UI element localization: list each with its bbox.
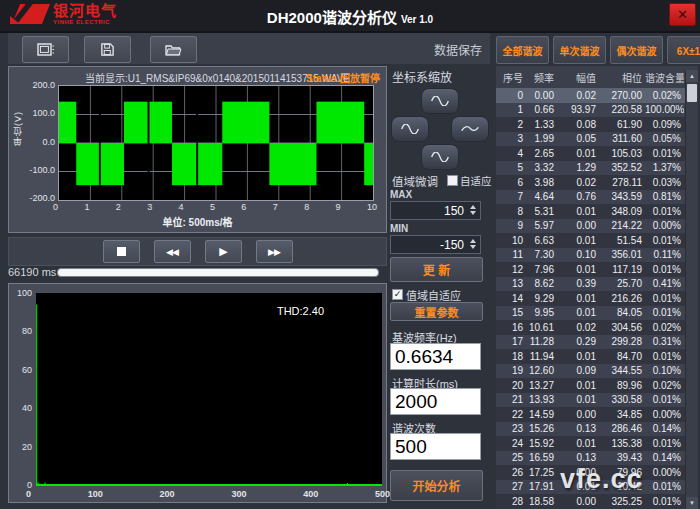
- scroll-down-icon[interactable]: ▼: [686, 497, 698, 509]
- table-row[interactable]: 00.000.02270.000.02%: [496, 88, 686, 103]
- table-row[interactable]: 1811.940.0184.700.01%: [496, 349, 686, 364]
- filter-button[interactable]: 偶次谐波: [610, 36, 663, 64]
- table-cell: 348.09: [599, 206, 645, 217]
- table-cell: 11.94: [526, 351, 557, 362]
- table-cell: 21: [496, 394, 526, 405]
- table-row[interactable]: 1610.610.02304.560.02%: [496, 320, 686, 335]
- spinner-arrows-icon[interactable]: [470, 205, 476, 215]
- value-autorange-checkbox[interactable]: ✓: [392, 289, 403, 300]
- zoom-down-button[interactable]: [421, 144, 459, 170]
- sine-wave-icon: [430, 96, 450, 106]
- table-row[interactable]: 117.300.10356.010.11%: [496, 248, 686, 263]
- max-spinner[interactable]: 150: [390, 201, 481, 220]
- table-cell: 0.00%: [645, 220, 684, 231]
- open-file-button[interactable]: [150, 36, 197, 63]
- play-button[interactable]: ▶: [205, 240, 242, 263]
- table-row[interactable]: 2013.270.0189.960.02%: [496, 378, 686, 393]
- table-cell: 1.29: [557, 162, 599, 173]
- table-cell: 25.70: [599, 278, 645, 289]
- table-cell: 4: [496, 148, 526, 159]
- rewind-button[interactable]: ◀◀: [154, 240, 191, 263]
- table-header: 序号频率幅值相位谐波含量: [496, 66, 698, 89]
- table-cell: 117.19: [599, 264, 645, 275]
- x-tick-label: 4: [179, 202, 184, 212]
- table-cell: 0.10%: [645, 365, 684, 376]
- table-row[interactable]: 53.321.29352.521.37%: [496, 161, 686, 176]
- scrollbar-thumb[interactable]: [687, 84, 697, 102]
- close-button[interactable]: ✕: [669, 3, 696, 26]
- table-cell: 26: [496, 467, 526, 478]
- min-spinner[interactable]: -150: [390, 235, 481, 254]
- table-cell: 0.01%: [645, 206, 684, 217]
- spectrum-y-ticks: 100806040200: [13, 288, 32, 490]
- table-row[interactable]: 2113.930.01330.580.01%: [496, 393, 686, 408]
- table-scrollbar[interactable]: ▲ ▼: [685, 70, 698, 509]
- y-tick-label: 20: [22, 442, 32, 452]
- table-row[interactable]: 159.950.0184.050.01%: [496, 306, 686, 321]
- table-cell: 6: [496, 177, 526, 188]
- table-row[interactable]: 106.630.0151.540.01%: [496, 233, 686, 248]
- table-row[interactable]: 138.620.3925.700.41%: [496, 277, 686, 292]
- table-header-cell: 序号: [496, 70, 526, 85]
- spinner-arrows-icon[interactable]: [470, 239, 476, 249]
- filter-button[interactable]: 全部谐波: [496, 36, 549, 64]
- table-cell: 0.01%: [645, 235, 684, 246]
- table-cell: 18.58: [526, 496, 557, 507]
- save-floppy-icon: [100, 42, 115, 57]
- table-row[interactable]: 2818.580.00325.250.01%: [496, 494, 686, 509]
- update-button[interactable]: 更 新: [390, 257, 483, 282]
- table-cell: 0.00: [557, 220, 599, 231]
- calc-duration-input[interactable]: 2000: [390, 388, 481, 415]
- filter-button[interactable]: 6X±1次: [667, 36, 700, 64]
- playback-progress-slider[interactable]: [57, 268, 379, 277]
- display-record-button[interactable]: [22, 36, 69, 63]
- zoom-up-button[interactable]: [421, 88, 459, 114]
- table-row[interactable]: 2415.920.01135.380.01%: [496, 436, 686, 451]
- fundamental-freq-input[interactable]: 0.6634: [390, 343, 481, 370]
- table-row[interactable]: 42.650.01105.030.01%: [496, 146, 686, 161]
- table-row[interactable]: 2214.590.0034.850.00%: [496, 407, 686, 422]
- table-row[interactable]: 1912.600.09344.550.10%: [496, 364, 686, 379]
- table-row[interactable]: 2315.260.13286.460.14%: [496, 422, 686, 437]
- table-row[interactable]: 74.640.76343.590.81%: [496, 190, 686, 205]
- table-row[interactable]: 127.960.01117.190.01%: [496, 262, 686, 277]
- filter-button[interactable]: 单次谐波: [553, 36, 606, 64]
- table-row[interactable]: 21.330.0861.900.09%: [496, 117, 686, 132]
- stop-button[interactable]: [103, 240, 140, 263]
- table-row[interactable]: 95.970.00214.220.00%: [496, 219, 686, 234]
- reset-params-button[interactable]: 重置参数: [390, 302, 483, 321]
- table-row[interactable]: 31.990.05311.600.05%: [496, 132, 686, 147]
- table-row[interactable]: 63.980.02278.110.03%: [496, 175, 686, 190]
- save-button[interactable]: [84, 36, 131, 63]
- zoom-right-button[interactable]: [451, 116, 489, 142]
- start-analysis-button[interactable]: 开始分析: [390, 470, 483, 501]
- table-row[interactable]: 2717.910.0110.420.01%: [496, 480, 686, 495]
- table-cell: 216.26: [599, 293, 645, 304]
- table-row[interactable]: 2516.590.1339.430.14%: [496, 451, 686, 466]
- table-cell: 15.26: [526, 423, 557, 434]
- auto-range-checkbox[interactable]: [447, 175, 458, 186]
- table-cell: 13: [496, 278, 526, 289]
- table-row[interactable]: 10.6693.97220.58100.00%: [496, 103, 686, 118]
- table-cell: 299.28: [599, 336, 645, 347]
- table-row[interactable]: 1711.280.29299.280.31%: [496, 335, 686, 350]
- table-cell: 0.76: [557, 191, 599, 202]
- table-cell: 304.56: [599, 322, 645, 333]
- table-cell: 7.30: [526, 249, 557, 260]
- table-cell: 0.01: [557, 264, 599, 275]
- harmonic-order-input[interactable]: 500: [390, 433, 481, 460]
- table-cell: 0.02%: [645, 322, 684, 333]
- table-cell: 0.00: [557, 409, 599, 420]
- table-row[interactable]: 149.290.01216.260.01%: [496, 291, 686, 306]
- table-row[interactable]: 2617.250.0079.960.00%: [496, 465, 686, 480]
- fast-forward-button[interactable]: ▶▶: [256, 240, 293, 263]
- table-cell: 0.05: [557, 133, 599, 144]
- range-finetune-title: 值域微调: [392, 173, 438, 189]
- table-cell: 84.70: [599, 351, 645, 362]
- table-row[interactable]: 85.310.01348.090.01%: [496, 204, 686, 219]
- scroll-up-icon[interactable]: ▲: [686, 70, 698, 82]
- zoom-left-button[interactable]: [391, 116, 429, 142]
- table-cell: 10.42: [599, 481, 645, 492]
- harmonics-table: 序号频率幅值相位谐波含量 00.000.02270.000.02%10.6693…: [496, 66, 698, 509]
- table-cell: 311.60: [599, 133, 645, 144]
